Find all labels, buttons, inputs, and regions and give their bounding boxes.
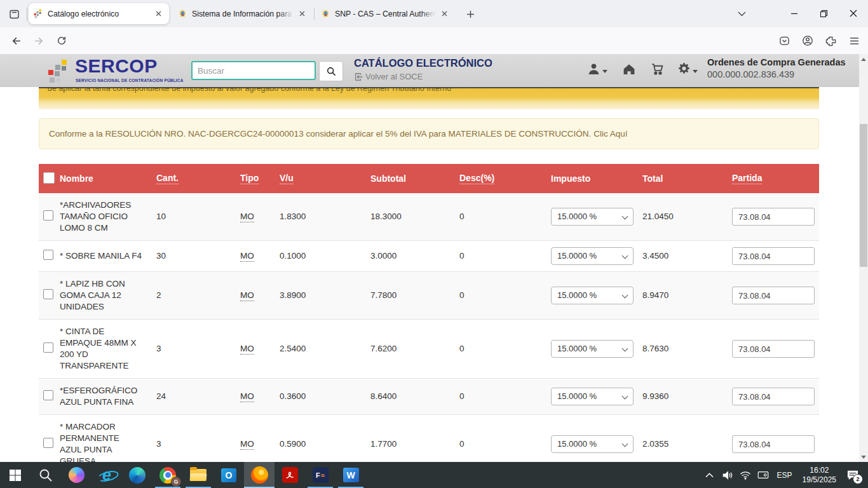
tax-select[interactable]: 15.0000 % [551,388,634,405]
tab-close-icon[interactable] [153,8,164,20]
language-indicator[interactable]: ESP [772,471,797,480]
taskbar-explorer-button[interactable] [183,462,214,488]
page-scrollbar[interactable] [859,54,868,462]
tab-separator [314,8,315,20]
col-tipo[interactable]: Tipo [240,173,280,184]
col-vu[interactable]: V/u [280,173,370,184]
unit-price-value: 3.8900 [280,290,306,300]
taskbar-search-button[interactable] [31,462,61,488]
taskbar-word-button[interactable]: W [336,462,366,488]
total-value: 8.9470 [642,290,668,300]
subtotal-cell: 3.0000 [370,250,459,262]
taskbar-edge-button[interactable] [122,462,153,488]
row-select-cell [39,210,60,224]
col-partida[interactable]: Partida [732,173,819,184]
list-all-tabs-button[interactable] [733,6,750,22]
scrollbar-thumb[interactable] [860,124,867,267]
select-all-cell [39,172,60,186]
taskbar-ie-button[interactable]: e [92,462,122,488]
forward-button[interactable] [29,30,50,51]
taskbar-acrobat-button[interactable] [275,462,305,488]
acrobat-icon [282,467,298,483]
firefox-view-button[interactable] [5,5,23,23]
sercop-logo-tagline: SERVICIO NACIONAL DE CONTRATACIÓN PÚBLIC… [76,78,184,83]
tab-close-icon[interactable] [296,8,308,20]
partida-input[interactable] [732,340,815,358]
scroll-down-arrow[interactable] [859,452,868,462]
search-button[interactable] [319,61,343,81]
home-button[interactable] [622,62,636,76]
taskbar-chrome-button[interactable]: G [153,462,183,488]
unit-price-value: 2.5400 [280,344,306,353]
close-button[interactable] [839,0,868,27]
col-subtotal: Subtotal [370,173,459,184]
reload-button[interactable] [51,30,72,51]
account-button[interactable] [797,30,818,51]
menu-button[interactable] [844,30,864,51]
partida-input[interactable] [732,287,815,304]
tax-select[interactable]: 15.0000 % [551,247,634,265]
new-tab-button[interactable] [462,6,478,22]
wifi-icon[interactable] [736,462,754,488]
row-checkbox[interactable] [43,438,53,448]
caret-down-icon [602,70,607,73]
taskbar-clock[interactable]: 16:02 19/5/2025 [797,466,841,485]
row-checkbox[interactable] [43,250,53,260]
partida-input[interactable] [732,388,815,405]
cart-button[interactable] [651,62,665,76]
tax-select[interactable]: 15.0000 % [551,340,634,358]
tab-catalogo[interactable]: Catálogo electrónico [29,3,169,24]
type-value: MO [240,439,254,450]
tab-snp-cas[interactable]: SNP - CAS – Central Authentica [316,3,455,24]
type-cell: MO [240,343,280,355]
taskbar-outlook-button[interactable]: O [214,462,244,488]
unit-price-cell: 0.3600 [280,391,370,402]
col-desc[interactable]: Desc(%) [459,173,551,184]
puzzle-icon [825,36,836,46]
quantity-value: 24 [156,391,166,401]
back-button[interactable] [5,30,25,51]
iva-notice-link[interactable]: Clic Aquí [593,129,627,139]
scroll-up-arrow[interactable] [859,54,868,64]
tab-close-icon[interactable] [438,8,450,20]
hidden-icons-button[interactable] [701,462,719,488]
volume-icon[interactable] [719,462,736,488]
tax-cell: 15.0000 % [551,340,642,358]
action-center-button[interactable]: 2 [841,462,864,488]
tax-select[interactable]: 15.0000 % [551,208,634,226]
row-checkbox[interactable] [43,390,53,400]
partida-input[interactable] [732,208,815,226]
volver-soce-link[interactable]: Volver al SOCE [354,72,423,81]
taskbar-firefox-button[interactable] [244,462,275,488]
type-cell: MO [240,250,280,262]
search-input[interactable] [191,61,316,80]
taskbar-copilot-button[interactable] [61,462,92,488]
tax-select[interactable]: 15.0000 % [551,287,634,304]
chrome-profile-badge: G [171,477,181,487]
restore-button[interactable] [809,0,838,27]
settings-menu-button[interactable] [677,62,698,76]
select-all-checkbox[interactable] [43,172,55,184]
display-connect-icon[interactable] [754,462,772,488]
user-menu-button[interactable] [587,62,607,76]
quantity-value: 30 [156,251,166,261]
type-value: MO [240,212,254,222]
col-cant[interactable]: Cant. [156,173,240,184]
start-button[interactable] [0,462,31,488]
pocket-button[interactable] [774,30,794,51]
tax-select[interactable]: 15.0000 % [551,435,634,453]
tab-sistema-informacion[interactable]: Sistema de Información para lo [173,3,313,24]
tax-cell: 15.0000 % [551,435,642,453]
row-checkbox[interactable] [43,289,53,299]
iva-resolution-notice: Conforme a la RESOLUCIÓN NRO. NAC-DGERCG… [39,118,819,149]
chevron-down-icon [622,292,628,299]
cart-icon [651,62,665,76]
partida-input[interactable] [732,247,815,265]
row-checkbox[interactable] [43,342,53,353]
partida-input[interactable] [732,435,815,453]
extensions-button[interactable] [820,30,841,51]
row-checkbox[interactable] [43,210,53,220]
tab-title: Catálogo electrónico [48,9,150,19]
minimize-button[interactable] [780,0,809,27]
taskbar-firmaec-button[interactable]: F≈ [305,462,336,488]
